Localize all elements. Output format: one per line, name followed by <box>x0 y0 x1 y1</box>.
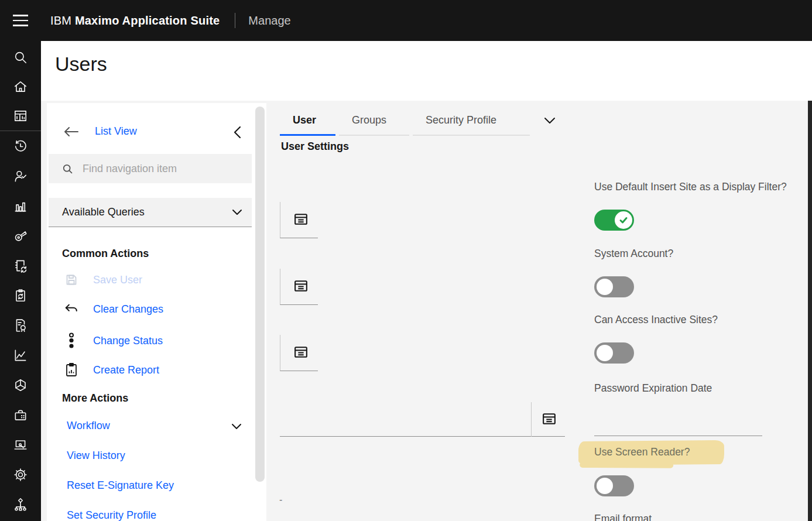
line-chart-icon[interactable] <box>0 340 41 370</box>
kpi-bar-chart-icon[interactable] <box>0 191 41 221</box>
toggle-knob <box>597 279 613 295</box>
view-history-menu-item[interactable]: View History <box>67 450 125 462</box>
toggle-knob <box>597 345 613 361</box>
password-expiration-label: Password Expiration Date <box>594 382 712 395</box>
whistle-icon[interactable] <box>0 221 41 251</box>
use-screen-reader-label: Use Screen Reader? <box>594 446 690 458</box>
home-icon[interactable] <box>0 72 41 101</box>
search-placeholder: Find navigation item <box>83 163 177 175</box>
brand-title: IBM Maximo Application Suite <box>50 14 220 28</box>
stray-dash: - <box>279 495 282 505</box>
create-report-label: Create Report <box>93 364 159 376</box>
set-security-profile-menu-item[interactable]: Set Security Profile <box>67 509 156 521</box>
available-queries-label: Available Queries <box>62 206 145 218</box>
change-status-action[interactable]: Change Status <box>64 333 163 349</box>
brand-name: Maximo Application Suite <box>75 14 220 27</box>
password-expiration-input[interactable] <box>594 410 762 436</box>
user-admin-icon[interactable] <box>0 161 41 191</box>
detail-menu-icon[interactable] <box>293 344 309 360</box>
clipboard-refresh-icon[interactable] <box>0 280 41 310</box>
check-icon <box>618 215 629 225</box>
chevron-down-icon <box>232 209 242 215</box>
find-navigation-input[interactable]: Find navigation item <box>49 154 252 183</box>
change-status-label: Change Status <box>93 335 163 347</box>
user-settings-heading: User Settings <box>281 140 349 153</box>
create-report-action[interactable]: Create Report <box>64 362 159 378</box>
insert-site-filter-toggle[interactable] <box>594 210 634 231</box>
system-account-label: System Account? <box>594 248 673 260</box>
top-header: IBM Maximo Application Suite Manage <box>0 0 812 41</box>
list-view-label: List View <box>95 125 137 138</box>
detail-menu-icon[interactable] <box>541 411 557 427</box>
page-title: Users <box>55 53 107 76</box>
clear-changes-action[interactable]: Clear Changes <box>64 303 163 316</box>
tab-groups[interactable]: Groups <box>339 111 409 136</box>
system-account-toggle[interactable] <box>594 276 634 297</box>
detail-menu-icon[interactable] <box>293 278 309 294</box>
status-dots-icon <box>64 333 78 349</box>
search-field-icon <box>61 163 74 175</box>
hierarchy-icon[interactable] <box>0 489 41 519</box>
settings-gear-icon[interactable] <box>0 460 41 489</box>
brand-prefix: IBM <box>50 14 71 27</box>
inactive-sites-label: Can Access Inactive Sites? <box>594 314 718 326</box>
workflow-chevron-down-icon[interactable] <box>231 421 242 432</box>
screen-reader-toggle[interactable] <box>594 475 634 496</box>
undo-arrow-icon <box>64 303 78 316</box>
field-divider <box>531 402 532 437</box>
segmented-wheel-icon[interactable] <box>0 370 41 400</box>
more-actions-heading: More Actions <box>62 392 128 405</box>
hamburger-icon <box>13 15 28 16</box>
lookup-field-1 <box>280 202 318 238</box>
save-user-label: Save User <box>93 274 142 286</box>
panel-scrollbar[interactable] <box>255 107 265 482</box>
inactive-sites-toggle[interactable] <box>594 342 634 364</box>
recents-clock-icon[interactable] <box>0 131 41 161</box>
tabs-overflow-chevron-icon[interactable] <box>544 116 556 126</box>
app-name[interactable]: Manage <box>248 14 290 28</box>
certificate-document-icon[interactable] <box>0 310 41 340</box>
header-divider <box>235 13 235 28</box>
lookup-field-3 <box>280 335 318 371</box>
report-clipboard-icon <box>64 362 78 378</box>
common-actions-heading: Common Actions <box>62 248 149 260</box>
save-user-action[interactable]: Save User <box>64 273 142 287</box>
wide-lookup-field[interactable] <box>280 401 565 437</box>
left-icon-rail <box>0 41 41 521</box>
notebook-sync-icon[interactable] <box>0 251 41 280</box>
tab-security-profile[interactable]: Security Profile <box>413 111 530 136</box>
record-tabs: User Groups Security Profile <box>280 111 556 136</box>
search-icon[interactable] <box>0 43 41 72</box>
email-format-label: Email format <box>594 513 652 521</box>
toggle-knob <box>597 478 613 494</box>
back-arrow-icon <box>63 126 79 137</box>
save-icon <box>64 273 78 287</box>
workflow-menu-item[interactable]: Workflow <box>67 420 110 432</box>
app-window: IBM Maximo Application Suite Manage <box>0 0 812 521</box>
hamburger-menu-button[interactable] <box>0 0 41 41</box>
tab-user[interactable]: User <box>280 111 335 136</box>
reset-esignature-key-menu-item[interactable]: Reset E-Signature Key <box>67 479 174 492</box>
clear-changes-label: Clear Changes <box>93 303 163 316</box>
device-tools-icon[interactable] <box>0 430 41 460</box>
collapse-panel-chevron-icon[interactable] <box>233 126 246 139</box>
start-center-icon[interactable] <box>0 101 41 131</box>
toggle-knob <box>615 211 632 229</box>
navigation-side-panel: List View Find navigation item Available… <box>47 103 266 521</box>
available-queries-accordion[interactable]: Available Queries <box>49 198 252 227</box>
insert-site-filter-label: Use Default Insert Site as a Display Fil… <box>594 181 787 193</box>
list-view-back-link[interactable]: List View <box>63 125 137 138</box>
right-edge-panel <box>808 101 812 521</box>
lookup-field-2 <box>280 269 318 305</box>
toolbox-icon[interactable] <box>0 400 41 430</box>
detail-menu-icon[interactable] <box>293 211 309 227</box>
